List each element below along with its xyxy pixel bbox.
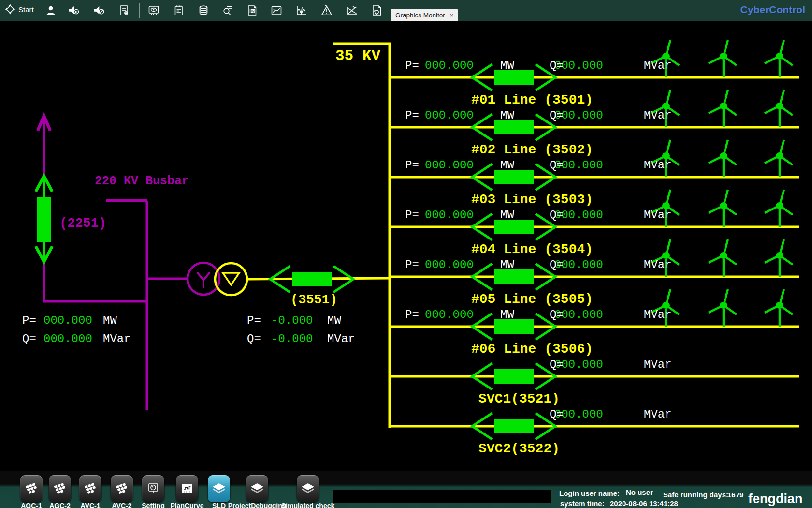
breaker-2251-label: (2251) (59, 217, 106, 230)
report-icon[interactable] (172, 4, 186, 17)
wye-symbol-icon (197, 272, 210, 288)
taskbar-label-projectdebugging[interactable]: ProjectDebugging (228, 502, 287, 508)
top-toolbar: Start (0, 0, 812, 21)
tab-graphics-monitor[interactable]: Graphics Monitor × (391, 9, 458, 21)
line2-q-unit: MVar (644, 109, 672, 121)
taskbar-item-simulatedcheck[interactable] (297, 475, 319, 502)
line5-name: #05 Line (3505) (471, 292, 593, 306)
user-icon[interactable] (44, 4, 58, 17)
alarm-mute-icon[interactable] (92, 4, 106, 17)
line1-p-unit: MW (500, 60, 514, 72)
waveform-icon[interactable] (295, 4, 308, 17)
toolbar-separator (139, 3, 140, 18)
taskbar-item-setting[interactable] (142, 475, 164, 502)
taskbar-label-avc1[interactable]: AVC-1 (81, 502, 101, 508)
svc1-q-unit: MVar (644, 359, 672, 371)
login-user-value: No user (626, 488, 653, 496)
line1-q-label: Q= (550, 60, 564, 72)
transformer-p-label: P= (247, 314, 261, 327)
line6-p-value: 000.000 (425, 309, 474, 321)
line5-p-label: P= (405, 259, 419, 271)
start-button[interactable]: Start (5, 4, 34, 15)
bus220-p-value: 000.000 (44, 314, 92, 327)
bus220-p-label: P= (22, 314, 36, 327)
taskbar-label-avc2[interactable]: AVC-2 (112, 502, 132, 508)
taskbar-label-simulatedcheck[interactable]: Simulated check (281, 502, 335, 508)
line1-q-unit: MVar (644, 60, 672, 72)
layer-stack-icon (212, 482, 226, 495)
line5-p-value: 000.000 (425, 259, 474, 271)
solar-panel-icon (53, 482, 67, 495)
svc1-name: SVC1(3521) (478, 392, 560, 406)
svc2-q-label: Q= (550, 408, 564, 420)
fengdian-logo: fengdian (748, 492, 803, 507)
bus220-q-label: Q= (22, 333, 36, 345)
start-label: Start (18, 5, 34, 14)
line6-p-label: P= (405, 309, 419, 321)
taskbar-label-plancurve[interactable]: PlanCurve (170, 502, 203, 508)
tab-title: Graphics Monitor (395, 12, 445, 19)
bus220-p-unit: MW (103, 314, 117, 327)
line2-p-value: 000.000 (425, 109, 474, 121)
transformer-q-value: -0.000 (271, 333, 313, 345)
line5-q-unit: MVar (644, 259, 672, 271)
solar-panel-icon (83, 482, 98, 495)
report-refresh-icon[interactable] (370, 4, 384, 17)
line6-q-unit: MVar (644, 309, 672, 321)
line4-p-label: P= (405, 209, 419, 221)
svc2-name: SVC2(3522) (478, 442, 560, 456)
move-icon (5, 4, 15, 15)
busbar-220kv-title: 220 KV Busbar (95, 175, 189, 188)
breaker-2251[interactable] (36, 176, 52, 262)
taskbar-item-agc2[interactable] (49, 475, 71, 502)
event-log-icon[interactable] (117, 4, 131, 17)
line3-name: #03 Line (3503) (471, 193, 593, 207)
taskbar-label-agc1[interactable]: AGC-1 (21, 502, 42, 508)
line2-name: #02 Line (3502) (471, 143, 593, 157)
taskbar-label-agc2[interactable]: AGC-2 (49, 502, 71, 508)
line2-p-unit: MW (500, 109, 514, 121)
line5-p-unit: MW (500, 259, 514, 271)
transformer-p-unit: MW (327, 314, 341, 327)
query-search-icon[interactable] (221, 4, 234, 17)
trend-chart-icon[interactable] (270, 4, 283, 17)
svc2-q-unit: MVar (644, 408, 672, 420)
line3-q-unit: MVar (644, 159, 672, 171)
transformer-q-label: Q= (247, 333, 261, 345)
layer-stack-icon (250, 482, 264, 495)
taskbar-item-agc1[interactable] (20, 475, 43, 502)
cybercontrol-screen: 220 KV Busbar (2251) P= 000.000 MW Q= 00… (0, 0, 812, 508)
alarm-warning-icon[interactable] (320, 4, 334, 17)
safe-running-days-value: 1679 (727, 491, 743, 499)
bus-35kv-title: 35 KV (335, 48, 380, 64)
login-user-label: Login user name: (559, 489, 620, 497)
solar-panel-icon (115, 482, 129, 495)
tab-close-icon[interactable]: × (450, 12, 454, 19)
breaker-3551-label: (3551) (290, 293, 337, 307)
line4-p-value: 000.000 (425, 209, 474, 221)
alarm-pause-icon[interactable] (67, 4, 81, 17)
taskbar-item-avc1[interactable] (79, 475, 102, 502)
svc1-q-label: Q= (550, 359, 564, 371)
taskbar-item-plancurve[interactable] (176, 475, 198, 502)
message-box (333, 490, 551, 503)
plan-curve-icon (181, 482, 193, 495)
taskbar-label-sld[interactable]: SLD (212, 502, 226, 508)
curve-analysis-icon[interactable] (345, 4, 359, 17)
line2-q-label: Q= (550, 109, 564, 121)
system-time-label: system time: (560, 499, 605, 508)
taskbar-label-setting[interactable]: Setting (142, 502, 164, 508)
line4-name: #04 Line (3504) (471, 242, 593, 256)
line3-p-value: 000.000 (425, 159, 474, 171)
database-icon[interactable] (197, 4, 210, 17)
taskbar-item-sld[interactable] (208, 475, 230, 502)
line5-q-label: Q= (550, 259, 564, 271)
solar-panel-icon (24, 482, 39, 495)
220kv-feeder (38, 116, 219, 410)
alarm-list-icon[interactable] (246, 4, 259, 17)
line6-q-label: Q= (550, 309, 564, 321)
delta-symbol-icon (223, 273, 239, 285)
taskbar-item-projectdebugging[interactable] (246, 475, 268, 502)
monitor-view-icon[interactable] (147, 4, 160, 17)
taskbar-item-avc2[interactable] (111, 475, 133, 502)
